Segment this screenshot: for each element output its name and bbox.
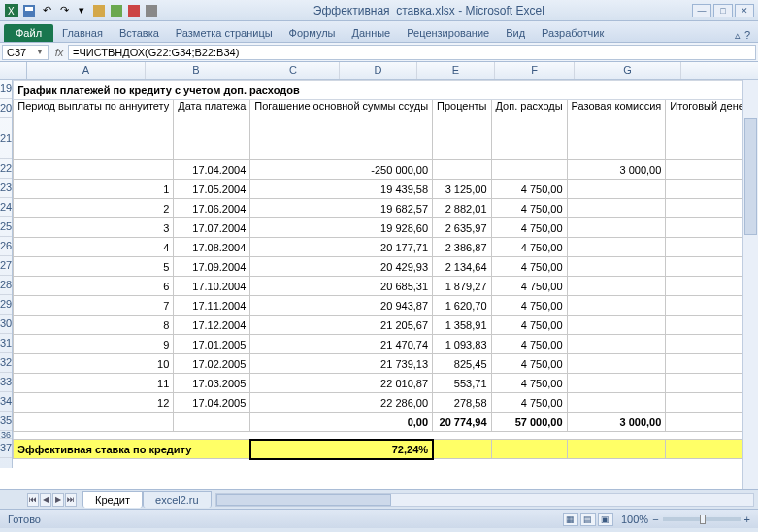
cell[interactable]: 2 882,01 (433, 199, 491, 218)
eff-value-cell[interactable]: 72,24% (250, 440, 433, 459)
cell[interactable]: 10 (14, 354, 174, 374)
fx-icon[interactable]: fx (50, 47, 68, 58)
hdr-interest[interactable]: Проценты (433, 100, 491, 160)
cell[interactable]: 4 750,00 (491, 354, 567, 374)
cell[interactable]: 2 635,97 (433, 218, 491, 238)
tab-insert[interactable]: Вставка (112, 24, 167, 42)
cell[interactable] (567, 180, 666, 199)
cell[interactable]: 17.05.2004 (174, 180, 250, 199)
col-G[interactable]: G (575, 62, 681, 79)
tab-view[interactable]: Вид (498, 24, 533, 42)
cell[interactable]: 4 750,00 (491, 335, 567, 354)
cell[interactable] (567, 218, 666, 238)
cell[interactable]: 4 750,00 (491, 374, 567, 393)
cell[interactable]: 4 750,00 (491, 199, 567, 218)
row-31[interactable]: 31 (0, 334, 12, 353)
cell[interactable]: 17.10.2004 (174, 277, 250, 296)
cell[interactable]: 17.04.2004 (174, 160, 250, 180)
cell[interactable] (567, 393, 666, 413)
cell[interactable]: 22 010,87 (250, 374, 433, 393)
tab-page-layout[interactable]: Разметка страницы (168, 24, 280, 42)
cell[interactable] (567, 257, 666, 277)
vertical-scrollbar[interactable] (742, 80, 758, 489)
row-27[interactable]: 27 (0, 256, 12, 276)
cell[interactable]: 17.03.2005 (174, 374, 250, 393)
save-icon[interactable] (21, 3, 37, 18)
cell[interactable]: 17.06.2004 (174, 199, 250, 218)
cell[interactable]: 8 (14, 316, 174, 335)
minimize-icon[interactable]: — (692, 4, 711, 17)
cell[interactable]: 3 000,00 (567, 160, 666, 180)
redo-icon[interactable]: ↷ (56, 3, 72, 18)
zoom-out-icon[interactable]: − (652, 514, 658, 525)
row-25[interactable]: 25 (0, 217, 12, 237)
table-title[interactable]: График платежей по кредиту с учетом доп.… (14, 81, 758, 100)
zoom-in-icon[interactable]: + (744, 514, 750, 525)
worksheet[interactable]: A B C D E F G 19 2021 22 23 24 25 26 27 … (0, 62, 758, 489)
cell[interactable]: 1 620,70 (433, 296, 491, 316)
sheet-tab-credit[interactable]: Кредит (82, 491, 143, 508)
qat-icon-3[interactable] (126, 3, 142, 18)
cell[interactable]: 17.07.2004 (174, 218, 250, 238)
cell[interactable]: 4 750,00 (491, 393, 567, 413)
sheet-nav-prev-icon[interactable]: ◀ (40, 493, 51, 507)
cell[interactable] (567, 316, 666, 335)
select-all-corner[interactable] (0, 62, 27, 79)
cell[interactable]: 12 (14, 393, 174, 413)
row-19[interactable]: 19 (0, 80, 12, 99)
zoom-slider[interactable] (663, 517, 741, 521)
cell[interactable]: 20 685,31 (250, 277, 433, 296)
row-28[interactable]: 28 (0, 276, 12, 295)
cell[interactable]: 1 093,83 (433, 335, 491, 354)
view-normal-icon[interactable]: ▦ (563, 513, 578, 526)
total-d[interactable]: 20 774,94 (433, 413, 491, 432)
cell[interactable]: 2 134,64 (433, 257, 491, 277)
row-22[interactable]: 22 (0, 159, 12, 179)
cell[interactable]: 17.09.2004 (174, 257, 250, 277)
cell[interactable]: 1 879,27 (433, 277, 491, 296)
tab-formulas[interactable]: Формулы (281, 24, 344, 42)
cell[interactable] (567, 199, 666, 218)
close-icon[interactable]: ✕ (735, 4, 754, 17)
cell[interactable] (567, 335, 666, 354)
view-page-icon[interactable]: ▤ (580, 513, 596, 526)
col-C[interactable]: C (247, 62, 340, 79)
name-box[interactable]: C37 ▼ (2, 45, 49, 60)
excel-icon[interactable]: X (4, 3, 19, 18)
hscroll-thumb[interactable] (216, 494, 391, 506)
cell[interactable]: 17.04.2005 (174, 393, 250, 413)
hdr-principal[interactable]: Погашение основной суммы ссуды (250, 100, 433, 160)
cell[interactable] (567, 374, 666, 393)
cell[interactable]: 17.08.2004 (174, 238, 250, 257)
row-36[interactable]: 36 (0, 431, 12, 439)
tab-home[interactable]: Главная (54, 24, 111, 42)
eff-label[interactable]: Эффективная ставка по кредиту (14, 440, 250, 459)
row-24[interactable]: 24 (0, 198, 12, 217)
cell[interactable] (14, 160, 174, 180)
help-icon[interactable]: ? (744, 29, 750, 42)
cell[interactable]: 17.11.2004 (174, 296, 250, 316)
col-A[interactable]: A (27, 62, 146, 79)
cell[interactable]: 22 286,00 (250, 393, 433, 413)
row-26[interactable]: 26 (0, 237, 12, 256)
cell[interactable]: 20 429,93 (250, 257, 433, 277)
cell[interactable]: 3 125,00 (433, 180, 491, 199)
sheet-nav-last-icon[interactable]: ⏭ (65, 493, 77, 507)
cell[interactable]: 553,71 (433, 374, 491, 393)
row-29[interactable]: 29 (0, 295, 12, 315)
row-35[interactable]: 35 (0, 412, 12, 431)
zoom-level[interactable]: 100% (621, 514, 648, 525)
cell[interactable]: 4 750,00 (491, 257, 567, 277)
cell[interactable]: 21 739,13 (250, 354, 433, 374)
qat-dropdown-icon[interactable]: ▾ (74, 3, 89, 18)
total-c[interactable]: 0,00 (250, 413, 433, 432)
cell[interactable]: 5 (14, 257, 174, 277)
cell[interactable]: 4 750,00 (491, 277, 567, 296)
cell[interactable]: 7 (14, 296, 174, 316)
cell[interactable]: 20 943,87 (250, 296, 433, 316)
row-23[interactable]: 23 (0, 179, 12, 198)
cell[interactable]: 1 (14, 180, 174, 199)
tab-review[interactable]: Рецензирование (399, 24, 497, 42)
col-B[interactable]: B (146, 62, 247, 79)
row-37[interactable]: 37 (0, 439, 12, 458)
